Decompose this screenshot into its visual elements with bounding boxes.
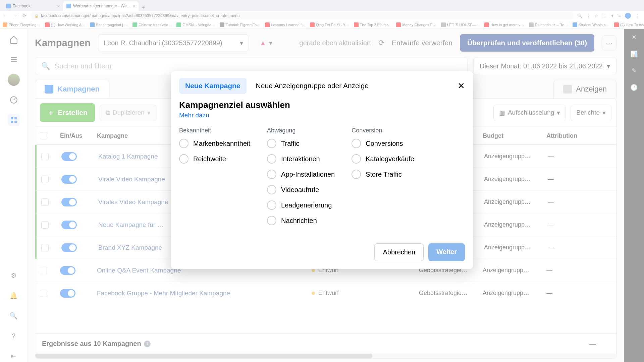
consideration-column: Abwägung Traffic Interaktionen App-Insta… xyxy=(267,127,335,231)
column-label: Abwägung xyxy=(267,127,335,134)
create-campaign-modal: Neue Kampagne Neue Anzeigengruppe oder A… xyxy=(171,71,473,269)
objective-columns: Bekanntheit Markenbekanntheit Reichweite… xyxy=(179,127,465,231)
objective-lead-gen[interactable]: Leadgenerierung xyxy=(267,200,335,210)
radio-icon xyxy=(352,170,361,179)
objective-reach[interactable]: Reichweite xyxy=(179,154,250,164)
modal-title: Kampagnenziel auswählen xyxy=(179,100,465,110)
objective-store-traffic[interactable]: Store Traffic xyxy=(352,170,414,179)
learn-more-link[interactable]: Mehr dazu xyxy=(179,112,209,119)
radio-icon xyxy=(352,154,361,164)
cancel-button[interactable]: Abbrechen xyxy=(374,243,424,261)
column-label: Conversion xyxy=(352,127,414,134)
radio-icon xyxy=(179,154,189,164)
objective-traffic[interactable]: Traffic xyxy=(267,139,335,148)
next-button[interactable]: Weiter xyxy=(428,243,465,261)
close-icon[interactable]: ✕ xyxy=(458,81,465,91)
awareness-column: Bekanntheit Markenbekanntheit Reichweite xyxy=(179,127,250,231)
modal-actions: Abbrechen Weiter xyxy=(179,243,465,261)
objective-video-views[interactable]: Videoaufrufe xyxy=(267,185,335,194)
modal-tab-new-campaign[interactable]: Neue Kampagne xyxy=(179,78,247,94)
objective-catalog-sales[interactable]: Katalogverkäufe xyxy=(352,154,414,164)
radio-icon xyxy=(267,139,276,148)
modal-tab-new-adset[interactable]: Neue Anzeigengruppe oder Anzeige xyxy=(250,78,375,94)
radio-icon xyxy=(267,185,276,194)
objective-conversions[interactable]: Conversions xyxy=(352,139,414,148)
radio-icon xyxy=(179,139,189,148)
modal-tabs: Neue Kampagne Neue Anzeigengruppe oder A… xyxy=(179,78,465,94)
radio-icon xyxy=(267,170,276,179)
radio-icon xyxy=(267,216,276,225)
radio-icon xyxy=(267,154,276,164)
radio-icon xyxy=(352,139,361,148)
column-label: Bekanntheit xyxy=(179,127,250,134)
objective-brand-awareness[interactable]: Markenbekanntheit xyxy=(179,139,250,148)
objective-engagement[interactable]: Interaktionen xyxy=(267,154,335,164)
objective-app-installs[interactable]: App-Installationen xyxy=(267,170,335,179)
objective-messages[interactable]: Nachrichten xyxy=(267,216,335,225)
conversion-column: Conversion Conversions Katalogverkäufe S… xyxy=(352,127,414,231)
radio-icon xyxy=(267,200,276,210)
